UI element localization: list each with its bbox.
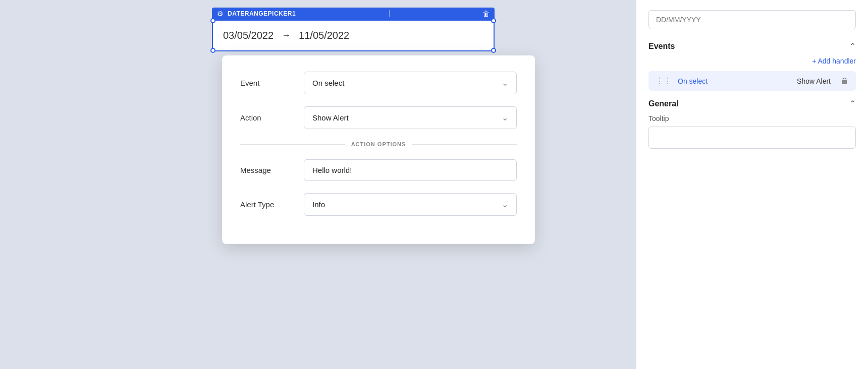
handle-bottom-right xyxy=(491,48,496,53)
divider-line-left xyxy=(240,144,345,145)
alert-type-select-value: Info xyxy=(312,200,325,209)
event-label: Event xyxy=(240,79,296,87)
handle-bottom-left xyxy=(210,48,215,53)
divider-line-right xyxy=(412,144,517,145)
events-chevron-up-icon[interactable]: ⌃ xyxy=(849,41,856,51)
events-section-title: Events xyxy=(648,42,675,51)
event-row: Event On select ⌄ xyxy=(240,72,517,94)
handler-item: ⋮⋮ On select Show Alert 🗑 xyxy=(648,71,856,91)
date-arrow: → xyxy=(282,30,291,41)
general-chevron-up-icon[interactable]: ⌃ xyxy=(849,99,856,108)
action-row: Action Show Alert ⌄ xyxy=(240,106,517,129)
tooltip-label: Tooltip xyxy=(648,114,856,122)
date-format-input[interactable] xyxy=(648,10,856,29)
alert-type-select[interactable]: Info ⌄ xyxy=(304,193,517,216)
widget-toolbar-left: ⚙ DATERANGEPICKER1 xyxy=(217,10,296,18)
start-date: 03/05/2022 xyxy=(223,30,274,41)
end-date: 11/05/2022 xyxy=(299,30,349,41)
events-section-header: Events ⌃ xyxy=(648,41,856,51)
action-label: Action xyxy=(240,113,296,122)
tooltip-input[interactable] xyxy=(648,127,856,149)
message-input[interactable] xyxy=(304,159,517,181)
handler-action-label: Show Alert xyxy=(797,77,831,85)
action-select[interactable]: Show Alert ⌄ xyxy=(304,106,517,129)
event-select[interactable]: On select ⌄ xyxy=(304,72,517,94)
widget-title: DATERANGEPICKER1 xyxy=(228,10,296,17)
handle-top-right xyxy=(491,18,496,23)
drag-handle-icon[interactable]: ⋮⋮ xyxy=(656,76,672,86)
widget-divider xyxy=(389,10,390,17)
alert-type-label: Alert Type xyxy=(240,200,296,209)
message-label: Message xyxy=(240,166,296,174)
canvas-area: ⚙ DATERANGEPICKER1 🗑 03/05/2022 → 11/05/… xyxy=(0,0,636,369)
action-options-label: ACTION OPTIONS xyxy=(351,141,406,147)
widget-container: ⚙ DATERANGEPICKER1 🗑 03/05/2022 → 11/05/… xyxy=(212,8,495,51)
alert-type-chevron-down-icon: ⌄ xyxy=(502,200,508,209)
event-select-value: On select xyxy=(312,79,344,87)
handle-top-left xyxy=(210,18,215,23)
handler-delete-icon[interactable]: 🗑 xyxy=(841,77,849,86)
general-section-title: General xyxy=(648,99,679,108)
action-chevron-down-icon: ⌄ xyxy=(502,113,508,122)
action-modal: Event On select ⌄ Action Show Alert ⌄ AC… xyxy=(222,55,535,244)
general-section: General ⌃ Tooltip xyxy=(648,99,856,149)
alert-type-row: Alert Type Info ⌄ xyxy=(240,193,517,216)
add-handler-button[interactable]: + Add handler xyxy=(648,57,856,65)
handler-event-label: On select xyxy=(678,77,791,85)
action-select-value: Show Alert xyxy=(312,113,349,122)
general-section-header: General ⌃ xyxy=(648,99,856,108)
action-options-divider: ACTION OPTIONS xyxy=(240,141,517,147)
trash-icon[interactable]: 🗑 xyxy=(482,10,490,18)
widget-toolbar: ⚙ DATERANGEPICKER1 🗑 xyxy=(212,8,495,20)
message-row: Message xyxy=(240,159,517,181)
daterange-widget[interactable]: 03/05/2022 → 11/05/2022 xyxy=(212,20,495,51)
gear-icon[interactable]: ⚙ xyxy=(217,10,224,18)
event-chevron-down-icon: ⌄ xyxy=(502,78,508,88)
right-panel: Events ⌃ + Add handler ⋮⋮ On select Show… xyxy=(636,0,868,369)
